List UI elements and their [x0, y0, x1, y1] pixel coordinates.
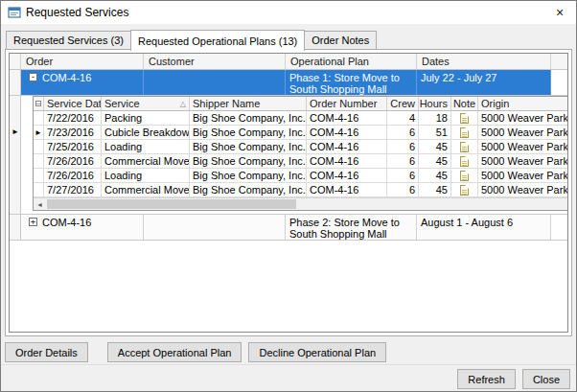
order-cell: - COM-4-16 [21, 70, 144, 95]
detail-indent [21, 96, 33, 214]
note-icon[interactable] [460, 113, 469, 124]
dates-cell: August 1 - August 6 [417, 215, 551, 240]
master-row-phase1[interactable]: - COM-4-16 Phase 1: Store Move to South … [10, 70, 567, 96]
plan-cell: Phase 2: Store Move to South Shopping Ma… [286, 215, 417, 240]
service-cell: Loading [102, 140, 190, 153]
col-service-date[interactable]: Service Date △ [44, 97, 102, 110]
customer-cell [144, 70, 286, 95]
service-cell: Packing [102, 111, 190, 125]
collapse-icon[interactable]: - [29, 73, 37, 81]
order-number-cell: COM-4-16 [307, 140, 387, 153]
row-indicator [34, 169, 44, 182]
col-order-number[interactable]: Order Number [307, 97, 387, 110]
note-icon[interactable] [460, 171, 469, 181]
note-icon[interactable] [460, 142, 469, 152]
header-indicator-cell [10, 54, 21, 69]
order-value: COM-4-16 [42, 217, 91, 228]
row-filler [551, 215, 567, 240]
tab-requested-operational-plans[interactable]: Requested Operational Plans (13) [130, 30, 305, 51]
note-cell [451, 126, 478, 139]
hours-cell: 51 [419, 126, 451, 139]
row-indicator [34, 140, 44, 153]
service-row[interactable]: ► 7/23/2016 Cubicle Breakdown Big Shoe C… [34, 126, 568, 140]
order-cell: + COM-4-16 [21, 215, 144, 240]
shipper-cell: Big Shoe Company, Inc., [190, 111, 307, 125]
app-icon [8, 6, 21, 19]
order-details-button[interactable]: Order Details [5, 342, 88, 362]
operational-plans-grid: Order Customer Operational Plan Dates - … [9, 53, 568, 333]
hours-cell: 45 [419, 140, 451, 153]
order-number-cell: COM-4-16 [307, 183, 387, 196]
service-date-cell: 7/23/2016 [44, 126, 102, 139]
col-service[interactable]: Service △ [102, 97, 190, 110]
col-origin[interactable]: Origin [478, 97, 568, 110]
detail-section: ► Service Date △ Service △ S [10, 96, 567, 215]
col-shipper-name[interactable]: Shipper Name [190, 97, 307, 110]
service-row[interactable]: 7/25/2016 Loading Big Shoe Company, Inc.… [34, 140, 568, 154]
service-date-cell: 7/26/2016 [44, 169, 102, 182]
hours-cell: 45 [419, 154, 451, 168]
footer-button-row: Refresh Close [457, 369, 570, 389]
scrollbar-thumb[interactable] [47, 199, 296, 209]
note-icon[interactable] [460, 156, 469, 167]
col-label: Service [104, 98, 140, 109]
grid-empty-area [10, 241, 567, 332]
service-row[interactable]: 7/22/2016 Packing Big Shoe Company, Inc.… [34, 111, 568, 126]
origin-cell: 5000 Weaver Park Ro [478, 169, 568, 182]
plan-cell: Phase 1: Store Move to South Shopping Ma… [286, 70, 417, 95]
col-label: Service Date [47, 98, 102, 109]
accept-operational-plan-button[interactable]: Accept Operational Plan [107, 342, 242, 362]
note-cell [451, 154, 478, 168]
horizontal-scrollbar[interactable]: ◄ ► [34, 197, 568, 210]
footer-divider [1, 364, 576, 365]
col-dates[interactable]: Dates [417, 54, 551, 69]
col-customer[interactable]: Customer [144, 54, 286, 69]
services-subgrid: Service Date △ Service △ Shipper Name Or… [33, 96, 568, 211]
col-hours[interactable]: Hours [419, 97, 451, 110]
expand-icon[interactable]: + [29, 218, 37, 226]
tab-panel: Order Customer Operational Plan Dates - … [5, 49, 572, 336]
origin-cell: 5000 Weaver Park Ro [478, 154, 568, 168]
order-value: COM-4-16 [42, 72, 91, 83]
service-date-cell: 7/25/2016 [44, 140, 102, 153]
order-number-cell: COM-4-16 [307, 154, 387, 168]
tab-strip: Requested Services (3) Requested Operati… [6, 29, 376, 50]
service-row[interactable]: 7/26/2016 Loading Big Shoe Company, Inc.… [34, 169, 568, 183]
row-indicator [34, 183, 44, 196]
requested-services-dialog: Requested Services × Requested Services … [0, 0, 577, 392]
scroll-left-icon[interactable]: ◄ [34, 198, 46, 210]
crew-cell: 6 [387, 154, 419, 168]
col-operational-plan[interactable]: Operational Plan [286, 54, 417, 69]
note-cell [451, 140, 478, 153]
action-button-row: Order Details Accept Operational Plan De… [5, 342, 386, 362]
subgrid-header-row: Service Date △ Service △ Shipper Name Or… [34, 97, 568, 111]
crew-cell: 6 [387, 183, 419, 196]
col-crew[interactable]: Crew [387, 97, 419, 110]
note-icon[interactable] [460, 185, 469, 196]
col-note[interactable]: Note [451, 97, 478, 110]
master-row-phase2[interactable]: + COM-4-16 Phase 2: Store Move to South … [10, 215, 567, 241]
row-indicator [34, 154, 44, 168]
window-title: Requested Services [26, 6, 128, 19]
service-cell: Loading [102, 169, 190, 182]
col-order[interactable]: Order [21, 54, 144, 69]
tab-requested-services[interactable]: Requested Services (3) [6, 31, 131, 49]
title-bar[interactable]: Requested Services × [1, 1, 576, 24]
service-row[interactable]: 7/26/2016 Commercial Move Big Shoe Compa… [34, 154, 568, 169]
service-cell: Commercial Move [102, 183, 190, 196]
tab-order-notes[interactable]: Order Notes [304, 31, 377, 49]
shipper-cell: Big Shoe Company, Inc., [190, 154, 307, 168]
decline-operational-plan-button[interactable]: Decline Operational Plan [248, 342, 386, 362]
order-number-cell: COM-4-16 [307, 126, 387, 139]
close-icon[interactable]: × [543, 1, 576, 24]
service-row[interactable]: 7/27/2016 Commercial Move Big Shoe Compa… [34, 183, 568, 197]
note-icon[interactable] [460, 127, 469, 138]
close-button[interactable]: Close [522, 369, 570, 389]
hours-cell: 45 [419, 183, 451, 196]
crew-cell: 6 [387, 140, 419, 153]
sort-asc-icon: △ [178, 100, 186, 108]
refresh-button[interactable]: Refresh [457, 369, 516, 389]
row-filler [551, 70, 567, 95]
crew-cell: 6 [387, 126, 419, 139]
order-number-cell: COM-4-16 [307, 111, 387, 125]
